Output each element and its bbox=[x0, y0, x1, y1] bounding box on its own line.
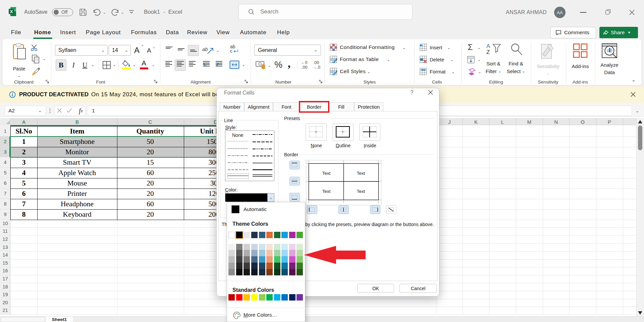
svg-text:X: X bbox=[10, 9, 13, 14]
